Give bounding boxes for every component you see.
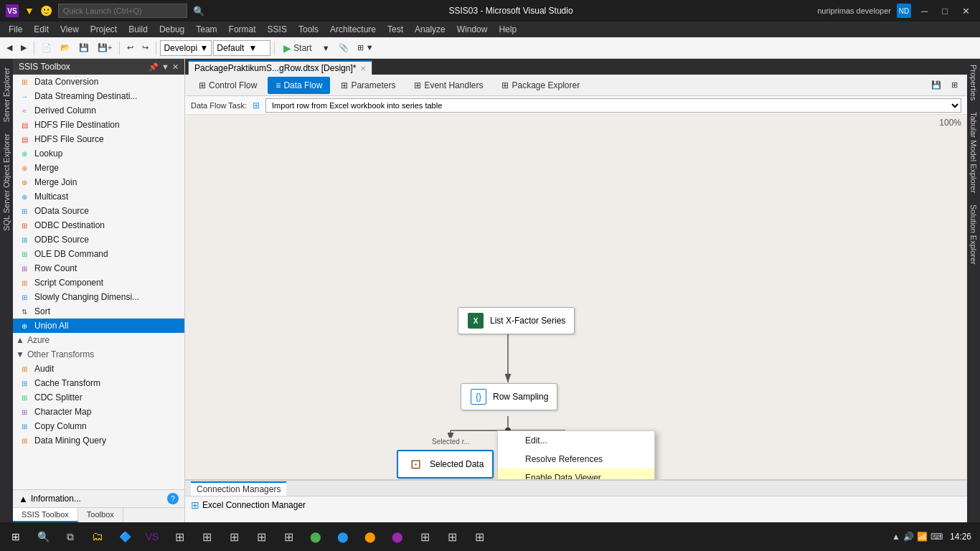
toolbox-item-script-component[interactable]: ⊞ Script Component xyxy=(13,276,184,290)
info-collapse-button[interactable]: ▲ xyxy=(19,494,28,504)
toolbox-tab-toolbox[interactable]: Toolbox xyxy=(78,508,123,522)
taskbar-app8[interactable]: ⬤ xyxy=(357,524,383,550)
save-button[interactable]: 💾 xyxy=(75,40,93,56)
sys-network-icon[interactable]: 📶 xyxy=(917,532,928,542)
quick-launch-input[interactable] xyxy=(58,4,187,18)
taskbar-task-view[interactable]: ⧉ xyxy=(57,524,83,550)
excel-source-node[interactable]: X List X-Factor Series xyxy=(458,307,575,334)
start-button[interactable]: ▶ Start xyxy=(278,40,316,56)
extra-button[interactable]: ⊞ ▼ xyxy=(354,40,377,56)
taskbar-app6[interactable]: ⬤ xyxy=(303,524,329,550)
taskbar-app1[interactable]: ⊞ xyxy=(166,524,192,550)
toolbox-item-scd[interactable]: ⊞ Slowly Changing Dimensi... xyxy=(13,290,184,304)
parameters-tab[interactable]: ⊞ Parameters xyxy=(333,77,403,94)
toolbox-item-character-map[interactable]: ⊞ Character Map xyxy=(13,405,184,419)
toolbox-item-cache-transform[interactable]: ⊞ Cache Transform xyxy=(13,376,184,390)
toolbox-item-odbc-source[interactable]: ⊞ ODBC Source xyxy=(13,232,184,247)
back-button[interactable]: ◀ xyxy=(3,40,16,56)
selected-data-node[interactable]: ⊡ Selected Data xyxy=(397,450,494,479)
solution-explorer-vtab[interactable]: Solution Explorer xyxy=(968,199,979,270)
taskbar-app11[interactable]: ⊞ xyxy=(439,524,465,550)
grid-icon-button[interactable]: ⊞ xyxy=(948,77,961,93)
toolbox-item-oledb-cmd[interactable]: ⊞ OLE DB Command xyxy=(13,247,184,261)
sql-server-vtab[interactable]: SQL Server Object Explorer xyxy=(1,128,12,237)
menu-format[interactable]: Format xyxy=(223,23,262,36)
toolbox-close-button[interactable]: ✕ xyxy=(172,62,179,72)
taskbar-app7[interactable]: ⬤ xyxy=(330,524,356,550)
toolbox-item-merge[interactable]: ⊕ Merge xyxy=(13,161,184,175)
event-handlers-tab[interactable]: ⊞ Event Handlers xyxy=(406,77,491,94)
taskbar-app3[interactable]: ⊞ xyxy=(221,524,247,550)
redo-button[interactable]: ↪ xyxy=(138,40,152,56)
properties-vtab[interactable]: Properties xyxy=(968,59,979,106)
start-menu-button[interactable]: ⊞ xyxy=(3,524,29,550)
funnel-icon[interactable]: ▼ xyxy=(24,5,34,17)
menu-debug[interactable]: Debug xyxy=(154,23,190,36)
doc-tab-close-button[interactable]: ✕ xyxy=(360,65,366,72)
doc-tab-package[interactable]: PackagePraktikumS...gRow.dtsx [Design]* … xyxy=(188,60,372,75)
save-all-button[interactable]: 💾+ xyxy=(94,40,116,56)
new-file-button[interactable]: 📄 xyxy=(38,40,55,56)
toolbox-menu-button[interactable]: ▼ xyxy=(161,62,169,72)
ctx-enable-data-viewer[interactable]: Enable Data Viewer xyxy=(498,468,654,479)
search-icon[interactable]: 🔍 xyxy=(193,6,204,17)
toolbox-item-hdfs-source[interactable]: ▤ HDFS File Source xyxy=(13,132,184,146)
excel-connection-manager-item[interactable]: ⊞ Excel Connection Manager xyxy=(191,499,306,511)
menu-help[interactable]: Help xyxy=(493,23,522,36)
toolbox-item-merge-join[interactable]: ⊕ Merge Join xyxy=(13,175,184,189)
server-explorer-vtab[interactable]: Server Explorer xyxy=(1,62,12,128)
close-button[interactable]: ✕ xyxy=(958,6,974,17)
ctx-resolve-refs[interactable]: Resolve References xyxy=(498,450,654,468)
sys-keyboard-icon[interactable]: ⌨ xyxy=(930,532,943,542)
taskbar-app9[interactable]: ⬤ xyxy=(385,524,410,550)
menu-ssis[interactable]: SSIS xyxy=(262,23,293,36)
toolbox-item-row-count[interactable]: ⊞ Row Count xyxy=(13,261,184,276)
toolbox-item-union-all[interactable]: ⊕ Union All xyxy=(13,319,184,333)
package-explorer-tab[interactable]: ⊞ Package Explorer xyxy=(494,77,588,94)
sys-tray-icon-1[interactable]: ▲ xyxy=(892,532,900,542)
open-button[interactable]: 📂 xyxy=(57,40,74,56)
menu-team[interactable]: Team xyxy=(190,23,222,36)
toolbox-item-lookup[interactable]: ⊕ Lookup xyxy=(13,146,184,161)
toolbox-item-odata[interactable]: ⊞ OData Source xyxy=(13,204,184,218)
menu-analyze[interactable]: Analyze xyxy=(409,23,451,36)
menu-file[interactable]: File xyxy=(3,23,28,36)
forward-button[interactable]: ▶ xyxy=(17,40,30,56)
menu-window[interactable]: Window xyxy=(451,23,494,36)
data-flow-tab[interactable]: ≡ Data Flow xyxy=(268,77,330,94)
taskbar-vs-btn[interactable]: VS xyxy=(139,524,165,550)
toolbox-section-azure[interactable]: ▲ Azure xyxy=(13,333,184,347)
taskbar-app2[interactable]: ⊞ xyxy=(194,524,220,550)
menu-build[interactable]: Build xyxy=(123,23,154,36)
menu-tools[interactable]: Tools xyxy=(293,23,324,36)
toolbox-item-derived-column[interactable]: ≈ Derived Column xyxy=(13,103,184,118)
connection-managers-tab[interactable]: Connection Managers xyxy=(191,481,286,496)
ctx-edit[interactable]: Edit... xyxy=(498,431,654,450)
menu-view[interactable]: View xyxy=(55,23,85,36)
restore-button[interactable]: □ xyxy=(938,6,952,17)
taskbar-edge-btn[interactable]: 🔷 xyxy=(112,524,138,550)
toolbox-item-copy-column[interactable]: ⊞ Copy Column xyxy=(13,419,184,433)
control-flow-tab[interactable]: ⊞ Control Flow xyxy=(191,77,265,94)
tabular-model-vtab[interactable]: Tabular Model Explorer xyxy=(968,106,979,199)
toolbox-item-sort[interactable]: ⇅ Sort xyxy=(13,304,184,319)
taskbar-app12[interactable]: ⊞ xyxy=(466,524,492,550)
menu-edit[interactable]: Edit xyxy=(28,23,55,36)
toolbox-tab-ssis[interactable]: SSIS Toolbox xyxy=(13,508,78,522)
toolbox-item-audit[interactable]: ⊞ Audit xyxy=(13,362,184,376)
menu-project[interactable]: Project xyxy=(85,23,123,36)
attach-button[interactable]: 📎 xyxy=(335,40,352,56)
canvas-area[interactable]: 100% xyxy=(185,115,967,479)
taskbar-app4[interactable]: ⊞ xyxy=(248,524,274,550)
taskbar-app5[interactable]: ⊞ xyxy=(275,524,301,550)
undo-button[interactable]: ↩ xyxy=(123,40,137,56)
row-sampling-node[interactable]: {} Row Sampling xyxy=(461,383,557,410)
config-dropdown[interactable]: Developi ▼ xyxy=(160,40,212,56)
toolbox-item-data-streaming[interactable]: → Data Streaming Destinati... xyxy=(13,89,184,103)
sys-volume-icon[interactable]: 🔊 xyxy=(903,532,914,542)
toolbox-item-cdc-splitter[interactable]: ⊞ CDC Splitter xyxy=(13,390,184,405)
taskbar-app10[interactable]: ⊞ xyxy=(412,524,438,550)
minimize-button[interactable]: ─ xyxy=(917,6,932,17)
menu-architecture[interactable]: Architecture xyxy=(324,23,382,36)
toolbox-item-multicast[interactable]: ⊕ Multicast xyxy=(13,189,184,204)
